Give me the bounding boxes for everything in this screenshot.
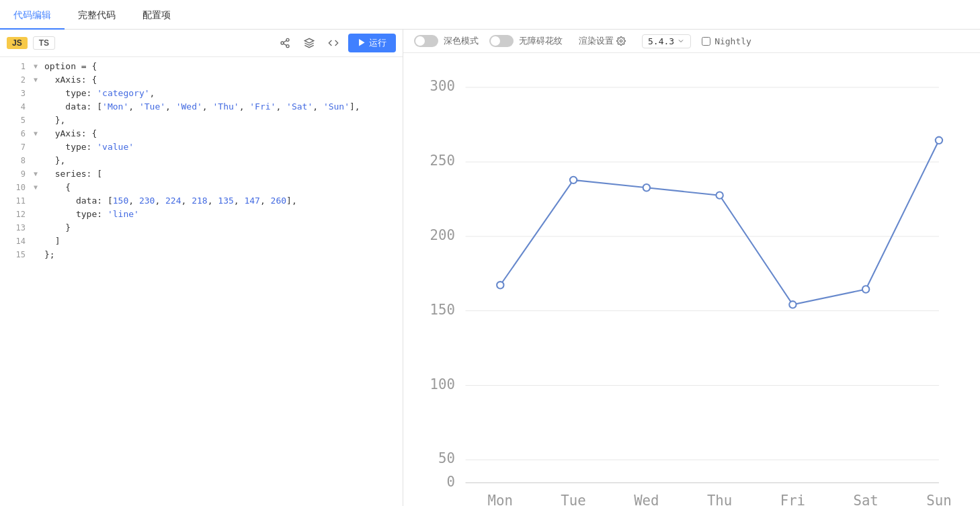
code-line-3: 3 type: 'category', (0, 87, 403, 100)
accessibility-label: 无障碍花纹 (519, 35, 563, 47)
svg-text:Tue: Tue (561, 493, 585, 506)
dark-mode-label: 深色模式 (444, 35, 479, 47)
dark-mode-toggle[interactable] (414, 35, 438, 47)
chart-area: 300 250 200 150 100 50 0 Mon Tue Wed Thu… (403, 53, 980, 506)
svg-text:Fri: Fri (780, 493, 805, 506)
svg-point-1 (281, 42, 284, 44)
data-point-thu (716, 192, 723, 198)
code-icon[interactable] (324, 34, 343, 52)
code-line-12: 12 type: 'line' (0, 208, 403, 221)
version-select[interactable]: 5.4.3 (642, 34, 691, 48)
code-line-13: 13 } (0, 221, 403, 235)
data-point-sun (936, 137, 942, 144)
svg-text:250: 250 (430, 153, 455, 169)
code-line-8: 8 }, (0, 154, 403, 167)
editor-toolbar: JS TS (0, 30, 403, 57)
svg-line-3 (284, 44, 287, 46)
svg-text:0: 0 (447, 474, 455, 490)
svg-text:Sat: Sat (853, 493, 878, 506)
code-line-5: 5 }, (0, 114, 403, 127)
data-point-sat (862, 286, 869, 292)
data-point-tue (570, 177, 577, 183)
nightly-label: Nightly (714, 36, 751, 46)
svg-text:150: 150 (430, 302, 455, 318)
tab-code-editor[interactable]: 代码编辑 (0, 0, 65, 30)
data-point-wed (643, 184, 650, 191)
editor-panel: JS TS (0, 30, 403, 506)
svg-point-0 (286, 38, 289, 41)
svg-text:200: 200 (430, 227, 455, 243)
svg-text:100: 100 (430, 376, 455, 392)
svg-line-4 (284, 40, 287, 42)
dark-mode-toggle-group: 深色模式 (414, 35, 479, 47)
svg-text:300: 300 (430, 78, 455, 94)
svg-text:Thu: Thu (707, 493, 732, 506)
chevron-down-icon (677, 37, 685, 45)
code-line-7: 7 type: 'value' (0, 140, 403, 154)
code-line-1: 1 ▼ option = { (0, 60, 403, 73)
chart-line (500, 140, 939, 304)
tab-config[interactable]: 配置项 (129, 0, 184, 30)
svg-point-5 (620, 40, 622, 42)
version-label: 5.4.3 (648, 36, 674, 46)
top-nav: 代码编辑 完整代码 配置项 (0, 0, 980, 30)
svg-text:Mon: Mon (488, 493, 513, 506)
share-icon[interactable] (276, 34, 294, 52)
data-point-mon (497, 282, 503, 288)
code-line-15: 15 }; (0, 248, 403, 261)
nightly-checkbox[interactable] (702, 37, 710, 46)
3d-icon[interactable] (300, 34, 319, 52)
code-line-6: 6 ▼ yAxis: { (0, 127, 403, 140)
main-content: JS TS (0, 30, 980, 506)
nightly-checkbox-group: Nightly (702, 36, 751, 46)
data-point-fri (789, 301, 796, 308)
code-line-9: 9 ▼ series: [ (0, 167, 403, 181)
gear-icon (616, 36, 626, 46)
code-line-11: 11 data: [150, 230, 224, 218, 135, 147, … (0, 194, 403, 208)
render-label: 渲染设置 (579, 35, 614, 47)
line-chart: 300 250 200 150 100 50 0 Mon Tue Wed Thu… (417, 67, 960, 506)
preview-topbar: 深色模式 无障碍花纹 渲染设置 5.4.3 (403, 30, 980, 53)
code-line-10: 10 ▼ { (0, 181, 403, 194)
code-line-2: 2 ▼ xAxis: { (0, 73, 403, 87)
code-editor: 1 ▼ option = { 2 ▼ xAxis: { 3 type: 'cat… (0, 57, 403, 506)
accessibility-toggle[interactable] (489, 35, 514, 47)
tab-full-code[interactable]: 完整代码 (65, 0, 129, 30)
preview-panel: 深色模式 无障碍花纹 渲染设置 5.4.3 (403, 30, 980, 506)
run-button[interactable]: ▶ 运行 (348, 34, 396, 52)
render-settings-button[interactable]: 渲染设置 (573, 34, 631, 48)
svg-point-2 (286, 45, 289, 48)
svg-text:Wed: Wed (634, 493, 659, 506)
accessibility-toggle-group: 无障碍花纹 (489, 35, 563, 47)
code-line-14: 14 ] (0, 235, 403, 248)
ts-button[interactable]: TS (33, 36, 55, 50)
svg-text:Sun: Sun (926, 493, 951, 506)
svg-text:50: 50 (438, 450, 455, 466)
code-line-4: 4 data: ['Mon', 'Tue', 'Wed', 'Thu', 'Fr… (0, 100, 403, 114)
js-button[interactable]: JS (7, 37, 28, 49)
